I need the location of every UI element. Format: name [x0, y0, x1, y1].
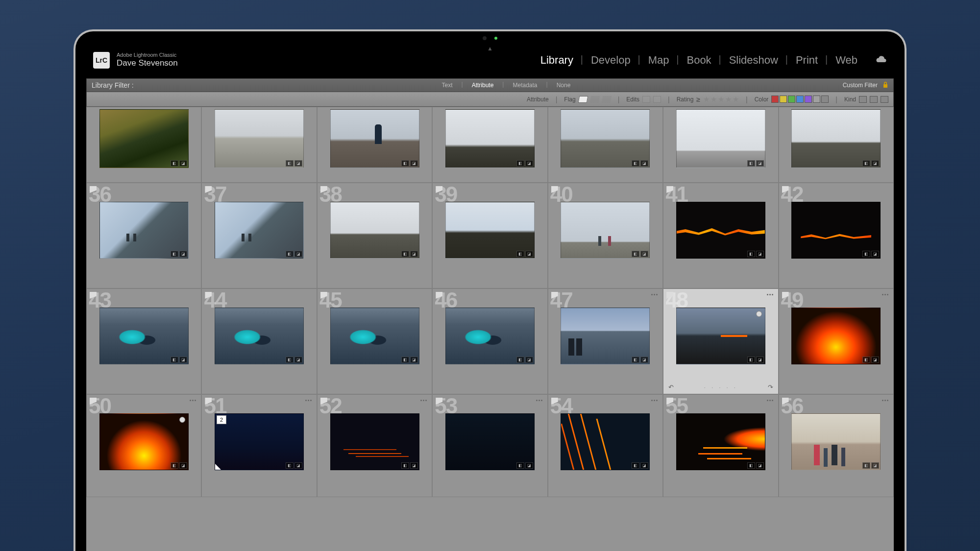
flag-picked-icon[interactable] [578, 96, 588, 103]
star-icon[interactable]: ★ [703, 95, 710, 104]
develop-badge-icon[interactable]: ◪ [410, 462, 418, 469]
thumbnail-image[interactable]: ◧◪ [330, 202, 419, 259]
color-swatch[interactable] [796, 96, 804, 103]
thumbnail-cell[interactable]: ◧◪ [432, 107, 547, 183]
thumbnail-cell[interactable]: 36◧◪ [86, 183, 201, 288]
metadata-badge-icon[interactable]: ◧ [747, 251, 755, 257]
thumbnail-cell[interactable]: ◧◪ [86, 107, 201, 183]
edited-icon[interactable] [642, 96, 650, 103]
edits-filter[interactable]: Edits [626, 96, 661, 103]
filter-tab-attribute[interactable]: Attribute [469, 81, 497, 90]
metadata-badge-icon[interactable]: ◧ [862, 251, 870, 257]
metadata-badge-icon[interactable]: ◧ [747, 462, 755, 469]
kind-filter[interactable]: Kind [844, 96, 888, 103]
metadata-badge-icon[interactable]: ◧ [632, 462, 639, 469]
thumbnail-image[interactable]: ◧◪ [330, 308, 419, 364]
star-icon[interactable]: ★ [725, 95, 732, 104]
develop-badge-icon[interactable]: ◪ [871, 462, 879, 469]
metadata-badge-icon[interactable]: ◧ [862, 357, 870, 363]
thumbnail-image[interactable]: ◧◪ [561, 202, 650, 259]
stack-indicator-icon[interactable] [536, 400, 542, 401]
develop-badge-icon[interactable]: ◪ [640, 357, 648, 363]
thumbnail-image[interactable]: ◧◪ [445, 308, 535, 364]
expand-top-panel-icon[interactable]: ▲ [487, 45, 493, 52]
metadata-badge-icon[interactable]: ◧ [171, 357, 178, 363]
thumbnail-cell[interactable]: 54◧◪ [548, 394, 663, 497]
metadata-badge-icon[interactable]: ◧ [171, 160, 178, 167]
thumbnail-cell[interactable]: 47◧◪ [548, 288, 663, 394]
metadata-badge-icon[interactable]: ◧ [286, 462, 294, 469]
thumbnail-image[interactable]: ◧◪ [215, 109, 304, 168]
thumbnail-image[interactable]: ◧◪ [676, 413, 765, 470]
thumbnail-image[interactable]: ◧◪ [561, 308, 650, 364]
develop-badge-icon[interactable]: ◪ [756, 462, 764, 469]
metadata-badge-icon[interactable]: ◧ [516, 160, 524, 167]
thumbnail-cell[interactable]: 41◧◪ [663, 183, 778, 288]
module-map[interactable]: Map [639, 54, 678, 67]
metadata-badge-icon[interactable]: ◧ [401, 160, 409, 167]
thumbnail-cell[interactable]: ◧◪ [548, 107, 663, 183]
thumbnail-cell[interactable]: 512◧◪ [201, 394, 317, 497]
metadata-badge-icon[interactable]: ◧ [286, 357, 294, 363]
metadata-badge-icon[interactable]: ◧ [401, 357, 409, 363]
metadata-badge-icon[interactable]: ◧ [171, 251, 178, 257]
module-develop[interactable]: Develop [582, 54, 639, 67]
thumbnail-image[interactable]: 2◧◪ [215, 413, 304, 470]
module-slideshow[interactable]: Slideshow [720, 54, 787, 67]
thumbnail-image[interactable]: ◧◪ [330, 413, 419, 470]
unedited-icon[interactable] [653, 96, 661, 103]
flag-rejected-icon[interactable] [601, 96, 611, 103]
develop-badge-icon[interactable]: ◪ [410, 251, 418, 257]
stack-indicator-icon[interactable] [651, 400, 658, 401]
metadata-badge-icon[interactable]: ◧ [401, 251, 409, 257]
thumbnail-image[interactable]: ◧◪ [445, 202, 535, 259]
develop-badge-icon[interactable]: ◪ [410, 160, 418, 167]
star-icon[interactable]: ★ [710, 95, 717, 104]
metadata-badge-icon[interactable]: ◧ [401, 462, 409, 469]
thumbnail-cell[interactable]: 42◧◪ [779, 183, 894, 288]
thumbnail-cell[interactable]: 48◧◪↶· · · · ·↷ [663, 288, 778, 394]
thumbnail-cell[interactable]: 37◧◪ [201, 183, 317, 288]
kind-master-icon[interactable] [859, 96, 867, 103]
thumbnail-image[interactable]: ◧◪ [791, 202, 881, 259]
metadata-badge-icon[interactable]: ◧ [171, 462, 178, 469]
develop-badge-icon[interactable]: ◪ [294, 160, 302, 167]
develop-badge-icon[interactable]: ◪ [179, 251, 187, 257]
develop-badge-icon[interactable]: ◪ [294, 357, 302, 363]
color-swatch[interactable] [771, 96, 779, 103]
thumbnail-cell[interactable]: 50◧◪ [86, 394, 201, 497]
thumbnail-cell[interactable]: 46◧◪ [432, 288, 547, 394]
develop-badge-icon[interactable]: ◪ [871, 251, 879, 257]
thumbnail-cell[interactable]: ◧◪ [201, 107, 317, 183]
thumbnail-image[interactable]: ◧◪ [215, 308, 304, 364]
thumbnail-image[interactable]: ◧◪ [215, 202, 304, 259]
custom-filter-button[interactable]: Custom Filter [843, 82, 878, 89]
metadata-badge-icon[interactable]: ◧ [632, 160, 639, 167]
color-swatch[interactable] [813, 96, 820, 103]
develop-badge-icon[interactable]: ◪ [871, 357, 879, 363]
thumbnail-image[interactable]: ◧◪ [330, 109, 419, 168]
flag-unflagged-icon[interactable] [589, 96, 599, 103]
develop-badge-icon[interactable]: ◪ [179, 462, 187, 469]
thumbnail-cell[interactable]: 53◧◪ [432, 394, 547, 497]
develop-badge-icon[interactable]: ◪ [294, 251, 302, 257]
thumbnail-image[interactable]: ◧◪ [561, 109, 650, 168]
module-print[interactable]: Print [787, 54, 827, 67]
develop-badge-icon[interactable]: ◪ [756, 357, 764, 363]
thumbnail-cell[interactable]: 43◧◪ [86, 288, 201, 394]
develop-badge-icon[interactable]: ◪ [640, 160, 648, 167]
color-swatch[interactable] [821, 96, 829, 103]
kind-virtual-icon[interactable] [870, 96, 878, 103]
module-web[interactable]: Web [827, 54, 866, 67]
filter-tab-metadata[interactable]: Metadata [510, 81, 540, 90]
thumbnail-image[interactable]: ◧◪ [676, 202, 765, 259]
thumbnail-cell[interactable]: ◧◪ [317, 107, 432, 183]
flag-filter[interactable]: Flag [564, 96, 611, 103]
star-icon[interactable]: ★ [733, 95, 739, 104]
filter-tab-none[interactable]: None [554, 81, 574, 90]
stack-indicator-icon[interactable] [305, 400, 312, 401]
color-swatch[interactable] [805, 96, 812, 103]
thumbnail-cell[interactable]: 56◧◪ [779, 394, 894, 497]
star-icon[interactable]: ★ [718, 95, 724, 104]
develop-badge-icon[interactable]: ◪ [525, 462, 533, 469]
